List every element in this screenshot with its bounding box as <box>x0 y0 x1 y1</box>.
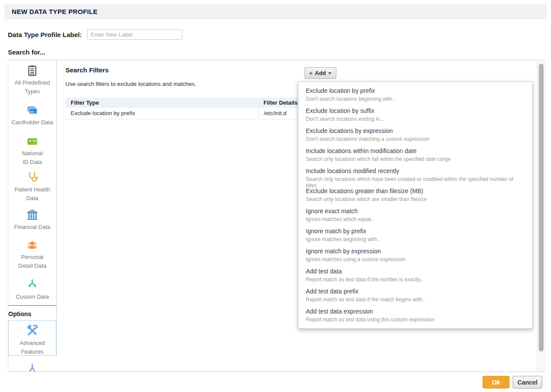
menu-item-description: Search only locations which fall within … <box>306 156 525 162</box>
cancel-button[interactable]: Cancel <box>513 376 542 389</box>
menu-item-exclude-locations-by-expression[interactable]: Exclude locations by expression Don't se… <box>298 124 532 144</box>
search-for-heading: Search for... <box>8 48 45 56</box>
branch-arrows-icon <box>26 279 38 291</box>
sidebar-item-label: Advanced Features <box>17 339 48 356</box>
menu-item-title: Ignore exact match <box>306 208 525 215</box>
menu-item-title: Add test data expression <box>306 308 525 315</box>
profile-label-input[interactable] <box>87 29 182 40</box>
filters-description: Use search filters to exclude locations … <box>65 81 196 87</box>
menu-item-description: Report match as test data if the match b… <box>306 297 525 303</box>
sidebar-item-label: Cardholder Data <box>8 118 56 127</box>
profile-label-row: Data Type Profile Label: <box>8 29 182 40</box>
sidebar-item-custom-data[interactable]: Custom Data <box>8 279 56 301</box>
sidebar-item-cardholder-data[interactable]: Cardholder Data <box>8 104 56 127</box>
menu-item-title: Exclude location by suffix <box>306 107 525 114</box>
menu-item-description: Report match as test data using this cus… <box>306 317 525 323</box>
add-button-label: Add <box>315 70 326 76</box>
menu-item-exclude-location-by-prefix[interactable]: Exclude location by prefix Don't search … <box>298 84 532 104</box>
sidebar-item-patient-health-data[interactable]: Patient Health Data <box>8 171 56 203</box>
people-icon <box>26 239 38 251</box>
sidebar-item-financial-data[interactable]: Financial Data <box>8 209 56 232</box>
sidebar-item-advanced-features[interactable]: Advanced Features <box>8 320 56 356</box>
sidebar-item-label: Patient Health Data <box>12 185 52 203</box>
add-filter-button[interactable]: + Add <box>305 67 336 79</box>
credit-cards-icon <box>26 104 38 116</box>
vertical-scrollbar[interactable] <box>537 60 545 372</box>
menu-item-description: Ignore matches beginning with.. <box>306 236 525 242</box>
menu-item-title: Add test data prefix <box>306 288 525 295</box>
menu-item-ignore-match-by-expression[interactable]: Ignore match by expression Ignore matche… <box>298 245 532 265</box>
menu-item-add-test-data-expression[interactable]: Add test data expression Report match as… <box>298 305 532 325</box>
ok-button[interactable]: Ok <box>483 376 510 389</box>
sidebar-item-partial[interactable] <box>8 363 56 372</box>
column-header-filter-type: Filter Type <box>65 98 258 108</box>
page-title: NEW DATA TYPE PROFILE <box>4 4 547 19</box>
dialog-header: NEW DATA TYPE PROFILE <box>4 4 547 19</box>
tools-icon <box>26 324 39 337</box>
menu-item-exclude-location-by-suffix[interactable]: Exclude location by suffix Don't search … <box>298 104 532 124</box>
menu-item-include-locations-within-modification-date[interactable]: Include locations within modification da… <box>298 144 532 164</box>
id-card-icon <box>26 135 38 147</box>
sidebar-item-label: National ID Data <box>19 149 46 167</box>
menu-item-add-test-data[interactable]: Add test data Report match as test data … <box>298 265 532 285</box>
filters-title: Search Filters <box>65 66 109 74</box>
sidebar-item-personal-detail-data[interactable]: Personal Detail Data <box>8 239 56 270</box>
menu-item-ignore-match-by-prefix[interactable]: Ignore match by prefix Ignore matches be… <box>298 225 532 245</box>
profile-label-text: Data Type Profile Label: <box>8 31 82 38</box>
sidebar-item-label: Financial Data <box>8 223 56 232</box>
sidebar-item-label: Custom Data <box>8 293 56 301</box>
menu-item-description: Don't search locations matching a custom… <box>306 136 525 142</box>
menu-item-description: Report match as test data if the number … <box>306 276 525 283</box>
menu-item-title: Ignore match by expression <box>306 248 525 255</box>
clipboard-icon <box>26 65 38 77</box>
options-heading: Options <box>8 306 56 320</box>
wishbone-icon <box>26 363 38 372</box>
menu-item-description: Don't search locations beginning with.. <box>306 96 525 102</box>
menu-item-description: Search only locations which are smaller … <box>306 196 525 202</box>
bank-icon <box>26 209 38 221</box>
menu-item-title: Exclude locations by expression <box>306 127 525 134</box>
scrollbar-thumb[interactable] <box>539 64 544 351</box>
menu-item-title: Include locations modified recently <box>306 167 525 174</box>
options-section: Options <box>8 305 56 320</box>
data-type-sidebar: All Predefined Types Cardholder Data Nat… <box>8 60 57 357</box>
stethoscope-icon <box>26 171 38 184</box>
add-filter-dropdown-menu: Exclude location by prefix Don't search … <box>298 82 533 329</box>
menu-item-add-test-data-prefix[interactable]: Add test data prefix Report match as tes… <box>298 285 532 305</box>
menu-item-title: Exclude location by prefix <box>306 87 525 94</box>
menu-item-title: Add test data <box>306 268 525 275</box>
menu-item-description: Don't search locations ending in... <box>306 116 525 122</box>
sidebar-item-label: Personal Detail Data <box>14 253 50 270</box>
menu-item-exclude-locations-greater-than-filesize[interactable]: Exclude locations greater than filesize … <box>298 184 532 205</box>
menu-item-title: Include locations within modification da… <box>306 147 525 154</box>
menu-item-include-locations-modified-recently[interactable]: Include locations modified recently Sear… <box>298 164 532 184</box>
menu-item-title: Exclude locations greater than filesize … <box>306 187 525 194</box>
menu-item-title: Ignore match by prefix <box>306 228 525 235</box>
sidebar-item-all-predefined-types[interactable]: All Predefined Types <box>8 65 56 96</box>
caret-down-icon <box>328 72 332 75</box>
menu-item-description: Ignore matches which equal.. <box>306 216 525 222</box>
menu-item-description: Ignore matches using a custom expression <box>306 256 525 262</box>
sidebar-item-national-id-data[interactable]: National ID Data <box>8 135 56 167</box>
plus-icon: + <box>309 70 313 76</box>
sidebar-item-label: All Predefined Types <box>12 78 52 96</box>
menu-item-ignore-exact-match[interactable]: Ignore exact match Ignore matches which … <box>298 205 532 225</box>
filter-type-cell: Exclude location by prefix <box>65 108 258 119</box>
